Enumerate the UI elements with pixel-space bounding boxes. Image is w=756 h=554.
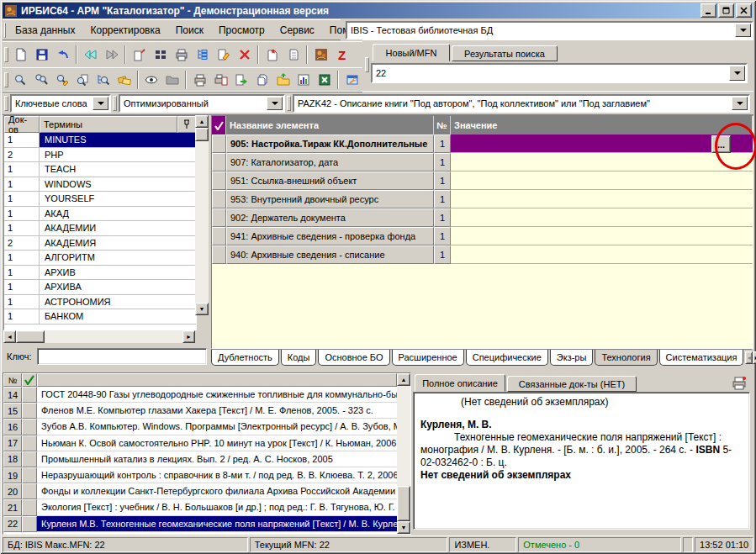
terms-hscrollbar[interactable]: ◄ ► <box>3 330 195 343</box>
doc-row[interactable]: 21Экология [Текст] : учебник / В. Н. Бол… <box>3 499 397 515</box>
menu-view[interactable]: Просмотр <box>211 23 272 38</box>
doc-row[interactable]: 15Фленов М.Е. Компьютер глазами Хакера [… <box>3 403 397 419</box>
search-view-button[interactable] <box>72 70 93 91</box>
print-record-button[interactable] <box>171 45 192 66</box>
tab-systematization[interactable]: Систематизация <box>659 350 744 366</box>
new-record-button[interactable] <box>10 45 31 66</box>
search-advanced-button[interactable] <box>31 70 52 91</box>
scroll-down-button[interactable]: ▼ <box>195 303 209 315</box>
mfn-combobox[interactable]: 22 <box>371 63 748 83</box>
tab-main-bo[interactable]: Основное БО <box>318 350 389 366</box>
field-value[interactable] <box>451 208 753 227</box>
scroll-right-button[interactable]: ► <box>182 330 195 343</box>
z39-export-button[interactable]: Z <box>331 45 352 66</box>
fields-tree-button[interactable] <box>192 45 213 66</box>
term-row[interactable]: 1АСТРОНОМИЯ <box>4 295 196 310</box>
term-row[interactable]: 1WINDOWS <box>4 177 196 193</box>
col-value[interactable]: Значение <box>451 116 753 135</box>
term-row[interactable]: 1БАНКОМ <box>4 309 196 324</box>
field-value[interactable] <box>451 245 753 264</box>
terms-col-docs[interactable]: Док-ов <box>4 116 40 133</box>
ellipsis-button[interactable]: ... <box>711 135 731 153</box>
doc-col-title[interactable] <box>37 373 397 387</box>
toolbar-grip[interactable] <box>287 96 291 111</box>
toolbar-grip[interactable] <box>4 96 8 111</box>
search-complex-button[interactable] <box>114 70 135 91</box>
dictionary-select[interactable]: Ключевые слова <box>10 94 111 113</box>
field-value[interactable] <box>451 171 753 190</box>
mode-select-arrow[interactable] <box>267 97 283 110</box>
doc-row[interactable]: 17Ньюман К. Освой самостоятельно PHP. 10… <box>3 435 397 451</box>
menu-database[interactable]: База данных <box>8 23 82 38</box>
copy-record-button[interactable] <box>252 70 273 91</box>
tabs-scroll-right-button[interactable]: ► <box>753 351 756 364</box>
term-row[interactable]: 1MINUTES <box>4 133 196 148</box>
print-button[interactable] <box>189 70 210 91</box>
export-button[interactable] <box>231 70 252 91</box>
send-to-folder-button[interactable] <box>272 70 293 91</box>
field-row[interactable]: 951: Ссылка-внешний объект 1 <box>212 171 753 190</box>
scroll-thumb[interactable] <box>16 330 45 343</box>
database-select-arrow[interactable] <box>735 24 751 37</box>
doc-list-vscrollbar[interactable]: ▲ ▼ <box>397 373 410 534</box>
tab-specific[interactable]: Специфические <box>466 350 548 366</box>
tab-new-mfn[interactable]: Новый/MFN <box>373 44 450 61</box>
excel-export-button[interactable] <box>315 70 336 91</box>
field-row[interactable]: 941: Архивные сведения - проверка фонда … <box>212 227 753 245</box>
field-move-button[interactable] <box>129 45 150 66</box>
term-row[interactable]: 1YOURSELF <box>4 192 196 207</box>
field-row[interactable]: 902: Держатель документа 1 <box>212 208 753 227</box>
doc-row[interactable]: 22Курленя М.В. Техногенные геомеханическ… <box>3 516 397 532</box>
tab-linked-docs[interactable]: Связанные док-ты (НЕТ) <box>507 376 637 392</box>
field-row[interactable]: 953: Внутренний двоичный ресурс 1 <box>212 190 753 208</box>
titlebar[interactable]: ИРБИС64 - АРМ "Каталогизатор" - Демонстр… <box>3 3 753 18</box>
tab-technology[interactable]: Технология <box>595 350 657 366</box>
go-back-button[interactable] <box>80 45 101 66</box>
open-folder-button[interactable] <box>162 70 183 91</box>
field-row[interactable]: 905: Настройка.Тираж КК.Дополнительные 1… <box>212 135 753 153</box>
doc-col-check[interactable] <box>22 373 37 387</box>
doc-row[interactable]: 16Зубов А.В. Компьютер. Windows. Програм… <box>3 419 397 435</box>
term-row[interactable]: 1АЛГОРИТМ <box>4 251 196 266</box>
tab-codes[interactable]: Коды <box>281 350 317 366</box>
field-row[interactable]: 907: Каталогизатор, дата 1 <box>212 153 753 171</box>
terms-col-terms[interactable]: Термины <box>40 116 177 133</box>
key-input[interactable] <box>37 348 207 365</box>
delete-record-button[interactable] <box>234 45 255 66</box>
toolbar-grip[interactable] <box>4 72 8 87</box>
search-edit-button[interactable] <box>51 70 72 91</box>
tab-dupes[interactable]: Дублетность <box>211 350 279 366</box>
check-all-header[interactable] <box>212 116 226 135</box>
terms-vscrollbar[interactable]: ▲ ▼ <box>195 115 209 329</box>
maximize-button[interactable] <box>718 3 734 18</box>
scroll-up-button[interactable]: ▲ <box>195 115 209 128</box>
doc-col-num[interactable]: № <box>3 373 22 387</box>
close-button[interactable] <box>736 3 752 18</box>
term-row[interactable]: 2PHP <box>4 148 196 163</box>
doc-row[interactable]: 18Промышленный катализ в лекциях. Вып. 2… <box>3 451 397 467</box>
scroll-track[interactable] <box>195 141 209 303</box>
tabs-scroll-left-button[interactable]: ◄ <box>745 351 753 364</box>
scroll-thumb[interactable] <box>397 486 410 521</box>
term-row[interactable]: 1АРХИВ <box>4 266 196 281</box>
menu-edit[interactable]: Корректировка <box>82 23 167 38</box>
minimize-button[interactable] <box>700 3 716 18</box>
worksheet-select-arrow[interactable] <box>732 97 748 110</box>
description-content[interactable]: (Нет сведений об экземплярах) Курленя, М… <box>413 392 750 530</box>
settings-tools-button[interactable] <box>341 70 362 91</box>
tab-full-description[interactable]: Полное описание <box>415 374 505 392</box>
term-row[interactable]: 1АКАДЕМИИ <box>4 221 196 236</box>
print-description-button[interactable] <box>732 375 747 390</box>
field-value-selected[interactable]: ... <box>451 135 753 153</box>
col-num[interactable]: № <box>434 116 451 135</box>
view-record-button[interactable] <box>141 70 162 91</box>
field-value[interactable] <box>451 227 753 245</box>
scroll-track[interactable] <box>45 330 182 343</box>
doc-row[interactable]: 20Фонды и коллекции Санкт-Петербургского… <box>3 483 397 499</box>
term-row[interactable]: 1АРХИВА <box>4 280 196 295</box>
statistics-button[interactable] <box>293 70 315 91</box>
tab-copies[interactable]: Экз-ры <box>550 350 594 366</box>
go-forward-button[interactable] <box>101 45 122 66</box>
scroll-left-button[interactable]: ◄ <box>3 330 16 343</box>
irbis-logo-button[interactable] <box>310 45 331 66</box>
